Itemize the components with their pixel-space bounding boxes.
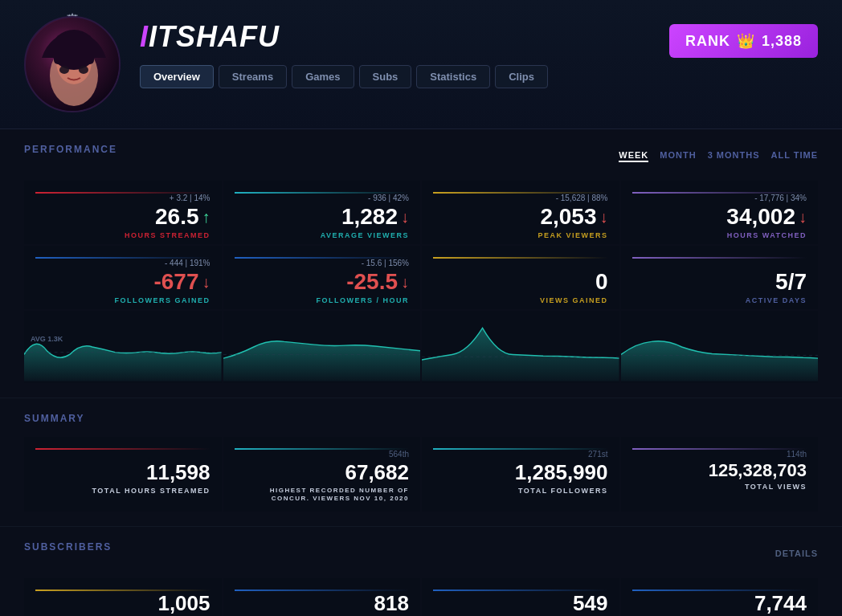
hours-streamed-value: 26.5 ↑ [35, 204, 210, 230]
arrow-down-icon-2: ↓ [600, 208, 608, 226]
rank-badge: RANK 👑 1,388 [669, 24, 818, 58]
hours-watched-value: 34,002 ↓ [632, 204, 807, 230]
chart-peak-viewers [422, 311, 619, 383]
followers-gained-change: - 444 | 191% [35, 259, 210, 267]
stat-avg-viewers: - 936 | 42% 1,282 ↓ AVERAGE VIEWERS [223, 181, 421, 244]
time-filter-3months[interactable]: 3 MONTHS [708, 150, 760, 162]
total-hours-rank [35, 450, 210, 459]
avg-viewers-value: 1,282 ↓ [235, 204, 410, 230]
header-info: IITSHAFU Overview Streams Games Subs Sta… [140, 16, 650, 88]
avatar-container: ⚖ [24, 16, 121, 129]
stats-row-2: - 444 | 191% -677 ↓ FOLLOWERS GAINED - 1… [24, 246, 818, 309]
stat-peak-viewers: - 15,628 | 88% 2,053 ↓ PEAK VIEWERS [422, 181, 619, 244]
tab-streams[interactable]: Streams [219, 65, 287, 88]
hours-streamed-change: + 3.2 | 14% [35, 194, 210, 202]
summary-total-hours: 11,598 TOTAL HOURS STREAMED [24, 437, 222, 512]
total-views-value: 125,328,703 [632, 460, 807, 481]
stats-row-1: + 3.2 | 14% 26.5 ↑ HOURS STREAMED - 936 … [24, 181, 818, 244]
subs-header: SUBSCRIBERS DETAILS [24, 541, 818, 565]
name-first-letter: I [140, 20, 149, 53]
followers-gained-value: -677 ↓ [35, 269, 210, 295]
summary-section: SUMMARY 11,598 TOTAL HOURS STREAMED 564t… [0, 398, 842, 527]
subscribers-title: SUBSCRIBERS [24, 541, 112, 553]
total-followers-rank: 271st [433, 450, 608, 459]
stat-followers-hour: - 15.6 | 156% -25.5 ↓ FOLLOWERS / HOUR [223, 246, 421, 309]
summary-grid: 11,598 TOTAL HOURS STREAMED 564th 67,682… [24, 437, 818, 512]
details-link[interactable]: DETAILS [775, 549, 818, 558]
rank-value: 1,388 [762, 33, 802, 50]
stat-views-gained: 0 VIEWS GAINED [422, 246, 619, 309]
stat-hours-watched: - 17,776 | 34% 34,002 ↓ HOURS WATCHED [621, 181, 819, 244]
total-views-rank: 114th [632, 450, 807, 459]
total-views-label: TOTAL VIEWS [632, 483, 807, 491]
performance-section: PERFORMANCE WEEK MONTH 3 MONTHS ALL TIME… [0, 129, 842, 398]
followers-hour-value: -25.5 ↓ [235, 269, 410, 295]
followers-hour-label: FOLLOWERS / HOUR [235, 296, 410, 304]
views-gained-label: VIEWS GAINED [433, 296, 608, 304]
summary-total-views: 114th 125,328,703 TOTAL VIEWS [621, 437, 819, 512]
hours-watched-change: - 17,776 | 34% [632, 194, 807, 202]
peak-viewers-label: PEAK VIEWERS [433, 231, 608, 239]
gifted-active-value: 549 [433, 591, 608, 616]
arrow-up-icon: ↑ [202, 208, 210, 226]
views-gained-change [433, 259, 608, 267]
performance-header: PERFORMANCE WEEK MONTH 3 MONTHS ALL TIME [24, 144, 818, 168]
sub-paid-active: 818 PAID ACTIVE SUBS [223, 578, 421, 616]
header: ⚖ [0, 0, 842, 129]
peak-viewers-change: - 15,628 | 88% [433, 194, 608, 202]
chart-hours-streamed: AVG 1.3K [24, 311, 222, 383]
tab-clips[interactable]: Clips [495, 65, 548, 88]
hours-streamed-label: HOURS STREAMED [35, 231, 210, 239]
svg-point-4 [59, 66, 69, 74]
chart-hours-watched [621, 311, 819, 383]
rank-crown: 👑 [737, 32, 755, 50]
time-filter-month[interactable]: MONTH [660, 150, 696, 162]
charts-row: AVG 1.3K [24, 311, 818, 383]
performance-title: PERFORMANCE [24, 144, 117, 155]
active-days-label: ACTIVE DAYS [632, 296, 807, 304]
nav-tabs: Overview Streams Games Subs Statistics C… [140, 65, 650, 88]
chart-avg-viewers [223, 311, 421, 383]
followers-hour-change: - 15.6 | 156% [235, 259, 410, 267]
highest-concurrent-rank: 564th [235, 450, 410, 459]
stat-followers-gained: - 444 | 191% -677 ↓ FOLLOWERS GAINED [24, 246, 222, 309]
total-followers-value: 1,285,990 [433, 460, 608, 485]
avatar [24, 16, 121, 112]
paid-active-value: 818 [235, 591, 410, 616]
time-filter-week[interactable]: WEEK [619, 150, 648, 162]
total-hours-label: TOTAL HOURS STREAMED [35, 487, 210, 495]
active-days-change [632, 259, 807, 267]
avg-viewers-label: AVERAGE VIEWERS [235, 231, 410, 239]
streamer-name: IITSHAFU [140, 20, 650, 54]
tab-statistics[interactable]: Statistics [416, 65, 490, 88]
arrow-down-icon-5: ↓ [401, 273, 409, 292]
peak-viewers-value: 2,053 ↓ [433, 204, 608, 230]
current-active-value: 1,005 [35, 591, 210, 616]
stat-hours-streamed: + 3.2 | 14% 26.5 ↑ HOURS STREAMED [24, 181, 222, 244]
views-gained-value: 0 [433, 269, 608, 295]
active-days-value: 5/7 [632, 269, 807, 295]
alltime-high-value: 7,744 [632, 591, 807, 616]
time-filters: WEEK MONTH 3 MONTHS ALL TIME [619, 150, 818, 162]
followers-gained-label: FOLLOWERS GAINED [35, 296, 210, 304]
total-followers-label: TOTAL FOLLOWERS [433, 487, 608, 495]
subs-grid: 1,005 CURRENT ACTIVE SUBS 818 PAID ACTIV… [24, 578, 818, 616]
total-hours-value: 11,598 [35, 460, 210, 485]
sub-alltime-high: 7,744 ALL-TIME HIGH ACTIVE SUBS [621, 578, 819, 616]
arrow-down-icon-4: ↓ [202, 273, 210, 292]
summary-total-followers: 271st 1,285,990 TOTAL FOLLOWERS [422, 437, 619, 512]
tab-overview[interactable]: Overview [140, 65, 214, 88]
time-filter-alltime[interactable]: ALL TIME [770, 150, 818, 162]
subscribers-section: SUBSCRIBERS DETAILS 1,005 CURRENT ACTIVE… [0, 527, 842, 616]
svg-point-5 [79, 66, 88, 74]
sub-gifted-active: 549 GIFTED ACTIVE SUBS [422, 578, 619, 616]
arrow-down-icon-3: ↓ [799, 208, 807, 226]
summary-highest-concurrent: 564th 67,682 HIGHEST RECORDED NUMBER OF … [223, 437, 421, 512]
highest-concurrent-value: 67,682 [235, 460, 410, 485]
arrow-down-icon: ↓ [401, 208, 409, 226]
tab-games[interactable]: Games [292, 65, 354, 88]
tab-subs[interactable]: Subs [359, 65, 412, 88]
stat-active-days: 5/7 ACTIVE DAYS [621, 246, 819, 309]
hours-watched-label: HOURS WATCHED [632, 231, 807, 239]
sub-current-active: 1,005 CURRENT ACTIVE SUBS [24, 578, 222, 616]
